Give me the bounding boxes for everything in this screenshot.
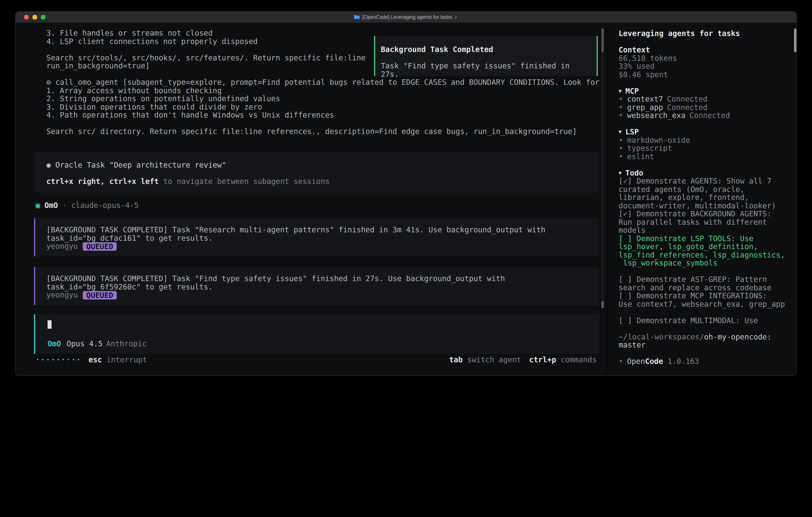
workspace-info: ~/local-workspaces/oh-my-opencode:master — [618, 333, 789, 349]
screen: [OpenCode] Leveraging agents for tasks ◐… — [0, 0, 812, 517]
zoom-button[interactable] — [41, 15, 46, 20]
mcp-item: • context7 Connected — [618, 95, 789, 103]
todo-heading: Todo — [626, 169, 643, 177]
commands-hint: ctrl+p commands — [529, 356, 597, 364]
main-scrollbar[interactable] — [601, 28, 604, 308]
interrupt-hint: esc interrupt — [88, 356, 147, 364]
input-provider-name: Anthropic — [106, 340, 147, 348]
workspace-path: ~/local-workspaces/ — [618, 332, 704, 341]
scrollbar-thumb[interactable] — [601, 28, 604, 52]
chevron-down-icon: ▼ — [618, 87, 622, 95]
terminal-text-block: Search src/ directory. Return specific f… — [46, 128, 606, 136]
bullet-icon: • — [618, 103, 623, 112]
todo-item: [✓] Demonstrate BACKGROUND AGENTS: Run p… — [618, 210, 789, 235]
scrollbar-thumb[interactable] — [601, 301, 604, 308]
lsp-item: • eslint — [618, 153, 789, 161]
message-body: [BACKGROUND TASK COMPLETED] Task "Find t… — [46, 275, 592, 291]
gear-icon: ⚙ — [46, 78, 51, 86]
tool-call-block: ⚙ call_omo_agent [subagent_type=explore,… — [46, 78, 606, 119]
sidebar: Leveraging agents for tasks Context 66,5… — [607, 23, 797, 376]
bullet-icon: • — [618, 153, 623, 161]
context-spent: $0.46 spent — [618, 71, 789, 79]
message-author: yeongyu — [46, 291, 78, 299]
lsp-name: markdown-oxide — [627, 136, 690, 144]
message-body: [BACKGROUND TASK COMPLETED] Task "Resear… — [46, 226, 592, 242]
mcp-name: context7 — [627, 95, 663, 103]
esc-key: esc — [88, 355, 102, 364]
lsp-item: • typescript — [618, 144, 789, 153]
session-title: Leveraging agents for tasks — [618, 30, 789, 38]
message-meta: yeongyu QUEUED — [46, 291, 592, 299]
status-left: ••••••••• esc interrupt — [36, 356, 147, 364]
ctrl-p-label: commands — [561, 355, 597, 364]
ctrl-p-key: ctrl+p — [529, 355, 556, 364]
bullet-icon: • — [618, 95, 623, 103]
app-version-text: OpenCode 1.0.163 — [627, 357, 699, 366]
bullet-icon: • — [618, 136, 623, 144]
titlebar: [OpenCode] Leveraging agents for tasks ◐ — [16, 11, 796, 23]
workspace-branch: master — [618, 341, 645, 349]
shortcut-help-text: to navigate between subagent sessions — [159, 177, 330, 186]
context-heading: Context — [618, 46, 789, 54]
separator-dot: · — [62, 201, 67, 210]
queued-badge: QUEUED — [83, 291, 117, 299]
todo-item: [ ] Demonstrate MCP INTEGRATIONS: Use co… — [618, 292, 789, 308]
terminal-main-pane: 3. File handles or streams not closed 4.… — [16, 23, 607, 376]
status-right: tab switch agent ctrl+p commands — [449, 356, 597, 364]
bullet-icon: • — [618, 112, 623, 120]
message-meta: yeongyu QUEUED — [46, 242, 592, 251]
oracle-task-panel: ◉ Oracle Task "Deep architecture review"… — [34, 152, 599, 193]
session-indicator-icon: ◐ — [455, 14, 458, 20]
prompt-input[interactable]: OmO Opus 4.5 Anthropic — [34, 314, 600, 354]
input-status-row: OmO Opus 4.5 Anthropic — [48, 340, 147, 348]
app-version: • OpenCode 1.0.163 — [618, 357, 789, 366]
text-cursor — [48, 320, 52, 329]
queued-badge: QUEUED — [83, 242, 117, 251]
lsp-item: • markdown-oxide — [618, 136, 789, 144]
mcp-name: grep_app — [627, 103, 663, 112]
oracle-task-help: ctrl+x right, ctrl+x left to navigate be… — [46, 178, 592, 186]
sidebar-scrollbar[interactable] — [794, 28, 796, 52]
app-window: [OpenCode] Leveraging agents for tasks ◐… — [15, 11, 797, 376]
mcp-section: ▼ MCP • context7 Connected • grep_app Co… — [618, 87, 789, 120]
todo-item: [✓] Demonstrate AGENTS: Show all 7 curat… — [618, 177, 789, 210]
notification-title: Background Task Completed — [381, 46, 591, 54]
close-button[interactable] — [24, 15, 29, 20]
todo-section: ▼ Todo [✓] Demonstrate AGENTS: Show all … — [618, 169, 789, 325]
lsp-name: typescript — [627, 144, 672, 153]
app-version-number: 1.0.163 — [668, 357, 699, 365]
todo-header[interactable]: ▼ Todo — [618, 169, 789, 177]
notification-toast: Background Task Completed Task "Find typ… — [374, 36, 598, 76]
mcp-status: Connected — [667, 103, 708, 112]
mcp-status: Connected — [667, 95, 708, 103]
agent-name: OmO — [45, 201, 58, 210]
window-title: [OpenCode] Leveraging agents for tasks ◐ — [354, 14, 458, 20]
notification-body: Task "Find type safety issues" finished … — [381, 62, 591, 78]
status-bar: ••••••••• esc interrupt tab switch agent… — [36, 356, 597, 364]
context-section: Context 66,518 tokens 33% used $0.46 spe… — [618, 46, 789, 79]
message-block: [BACKGROUND TASK COMPLETED] Task "Find t… — [34, 267, 599, 305]
bullet-icon: • — [618, 357, 623, 366]
app-name-tail: Code — [645, 357, 663, 365]
tab-key: tab — [449, 355, 463, 364]
lsp-section: ▼ LSP • markdown-oxide • typescript • es… — [618, 128, 789, 161]
mcp-heading: MCP — [626, 87, 639, 95]
mcp-name: websearch_exa — [627, 112, 686, 120]
spinner-dots: ••••••••• — [36, 356, 82, 364]
shortcut-keys: ctrl+x right, ctrl+x left — [46, 177, 159, 186]
lsp-header[interactable]: ▼ LSP — [618, 128, 789, 136]
mcp-item: • websearch_exa Connected — [618, 112, 789, 120]
input-agent-name: OmO — [48, 340, 61, 348]
lsp-name: eslint — [627, 153, 654, 161]
switch-agent-hint: tab switch agent — [449, 356, 521, 364]
chevron-down-icon: ▼ — [618, 128, 622, 136]
workspace-repo: oh-my-opencode: — [704, 332, 772, 341]
app-name-head: Open — [627, 357, 645, 365]
mcp-header[interactable]: ▼ MCP — [618, 87, 789, 95]
context-tokens: 66,518 tokens — [618, 54, 789, 62]
lsp-heading: LSP — [626, 128, 639, 136]
minimize-button[interactable] — [32, 15, 37, 20]
chevron-down-icon: ▼ — [618, 169, 622, 177]
mcp-item: • grep_app Connected — [618, 103, 789, 112]
tool-call-text: call_omo_agent [subagent_type=explore, p… — [46, 78, 600, 119]
